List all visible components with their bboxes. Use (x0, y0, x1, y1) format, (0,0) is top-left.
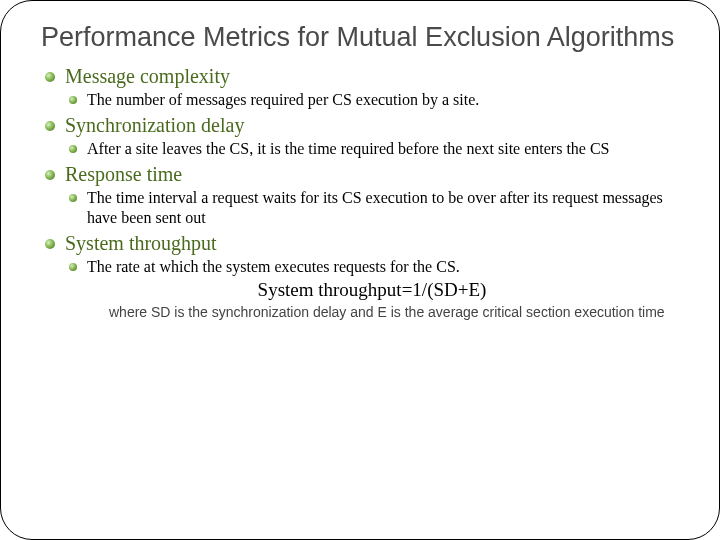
sub-list: The number of messages required per CS e… (65, 90, 679, 110)
bullet-head: Response time (65, 163, 679, 186)
bullet-item: Message complexity The number of message… (41, 65, 679, 110)
formula-text: System throughput=1/(SD+E) (65, 279, 679, 301)
sub-list: After a site leaves the CS, it is the ti… (65, 139, 679, 159)
bullet-item: Synchronization delay After a site leave… (41, 114, 679, 159)
slide-title: Performance Metrics for Mutual Exclusion… (41, 21, 679, 55)
sub-item: After a site leaves the CS, it is the ti… (65, 139, 679, 159)
bullet-item: Response time The time interval a reques… (41, 163, 679, 228)
sub-item: The rate at which the system executes re… (65, 257, 679, 277)
sub-item: The time interval a request waits for it… (65, 188, 679, 228)
bullet-item: System throughput The rate at which the … (41, 232, 679, 321)
slide: { "title": "Performance Metrics for Mutu… (0, 0, 720, 540)
bullet-head: Message complexity (65, 65, 679, 88)
sub-list: The time interval a request waits for it… (65, 188, 679, 228)
bullet-list: Message complexity The number of message… (41, 65, 679, 321)
sub-list: The rate at which the system executes re… (65, 257, 679, 277)
sub-item: The number of messages required per CS e… (65, 90, 679, 110)
bullet-head: Synchronization delay (65, 114, 679, 137)
bullet-head: System throughput (65, 232, 679, 255)
formula-note: where SD is the synchronization delay an… (109, 303, 679, 321)
